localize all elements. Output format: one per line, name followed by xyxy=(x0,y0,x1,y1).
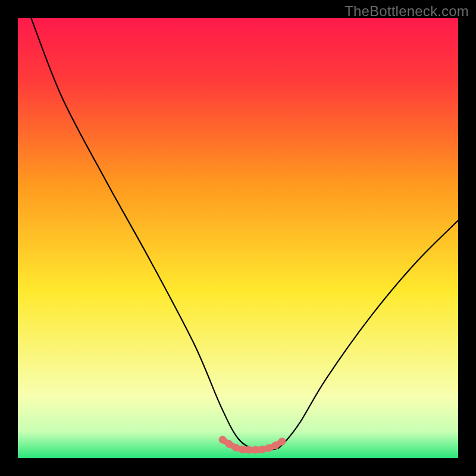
chart-svg xyxy=(18,18,458,458)
plot-background xyxy=(18,18,458,458)
marker-dot xyxy=(232,444,240,452)
plot-area xyxy=(18,18,458,458)
marker-dot xyxy=(258,446,266,453)
marker-dot xyxy=(239,446,246,453)
marker-dot xyxy=(219,436,227,443)
marker-dot xyxy=(245,446,253,453)
watermark-label: TheBottleneck.com xyxy=(345,3,469,20)
marker-dot xyxy=(226,440,233,448)
chart-frame: TheBottleneck.com xyxy=(0,0,476,476)
marker-dot xyxy=(265,444,273,452)
marker-dot xyxy=(252,446,259,453)
marker-dot xyxy=(278,437,286,445)
marker-dot xyxy=(271,441,279,449)
